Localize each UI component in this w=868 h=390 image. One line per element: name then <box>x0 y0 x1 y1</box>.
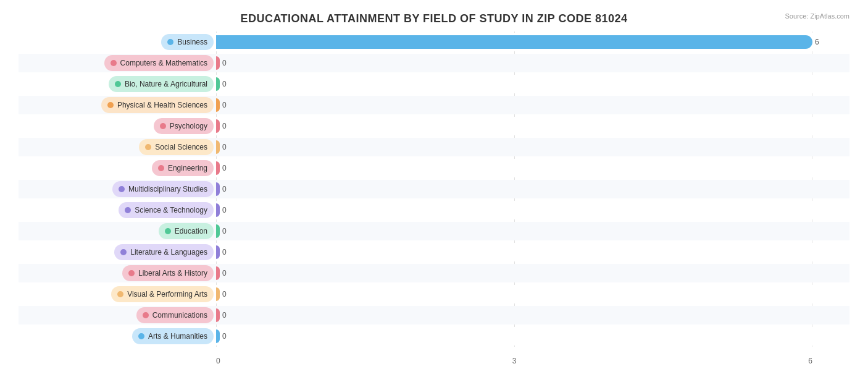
bar-fill-engineering <box>216 161 220 175</box>
bar-fill-area-visual: 0 <box>216 286 849 302</box>
x-label-0: 0 <box>216 357 220 365</box>
bar-row-engineering: Engineering0 <box>19 159 849 177</box>
bar-value-social: 0 <box>222 143 227 151</box>
bar-row-social: Social Sciences0 <box>19 138 849 156</box>
bar-value-computers: 0 <box>222 59 227 67</box>
bar-pill-communications: Communications <box>136 307 214 323</box>
bar-label-area-communications: Communications <box>19 307 216 323</box>
x-label-3: 3 <box>512 357 517 365</box>
bar-fill-psychology <box>216 119 220 133</box>
bar-fill-visual <box>216 287 220 301</box>
bar-fill-area-arts: 0 <box>216 328 849 344</box>
bar-pill-social: Social Sciences <box>139 139 214 155</box>
bar-value-visual: 0 <box>222 290 227 299</box>
bar-fill-area-literature: 0 <box>216 244 849 260</box>
bar-row-psychology: Psychology0 <box>19 117 849 135</box>
bar-fill-liberal <box>216 266 220 280</box>
bar-row-multi: Multidisciplinary Studies0 <box>19 180 849 198</box>
bar-pill-visual: Visual & Performing Arts <box>111 286 214 302</box>
bar-dot-bio <box>115 81 121 87</box>
bar-fill-area-engineering: 0 <box>216 160 849 176</box>
bar-label-area-visual: Visual & Performing Arts <box>19 286 216 302</box>
bar-row-visual: Visual & Performing Arts0 <box>19 285 849 303</box>
bar-dot-social <box>145 144 151 150</box>
bar-value-bio: 0 <box>222 80 227 88</box>
bar-label-area-psychology: Psychology <box>19 118 216 134</box>
bar-label-multi: Multidisciplinary Studies <box>128 185 207 193</box>
bar-pill-psychology: Psychology <box>154 118 214 134</box>
bar-fill-computers <box>216 56 220 70</box>
bar-dot-multi <box>119 186 125 192</box>
bar-row-physical: Physical & Health Sciences0 <box>19 96 849 114</box>
bar-dot-business <box>167 39 173 45</box>
bar-value-education: 0 <box>222 227 227 235</box>
bar-dot-computers <box>111 60 117 66</box>
bar-label-area-engineering: Engineering <box>19 160 216 176</box>
bar-label-area-multi: Multidisciplinary Studies <box>19 181 216 197</box>
bar-label-area-business: Business <box>19 34 216 50</box>
bar-row-education: Education0 <box>19 222 849 240</box>
bar-value-communications: 0 <box>222 311 227 320</box>
bar-pill-bio: Bio, Nature & Agricultural <box>109 76 214 92</box>
bar-value-business: 6 <box>815 38 819 46</box>
bar-fill-physical <box>216 98 220 112</box>
bar-label-area-science: Science & Technology <box>19 202 216 218</box>
bar-fill-area-education: 0 <box>216 223 849 239</box>
bar-pill-computers: Computers & Mathematics <box>104 55 214 71</box>
chart-container: EDUCATIONAL ATTAINMENT BY FIELD OF STUDY… <box>0 0 868 390</box>
bar-fill-area-computers: 0 <box>216 55 849 71</box>
bar-row-liberal: Liberal Arts & History0 <box>19 264 849 282</box>
bar-pill-engineering: Engineering <box>152 160 214 176</box>
bar-dot-education <box>165 228 171 234</box>
bar-row-arts: Arts & Humanities0 <box>19 327 849 345</box>
bar-fill-area-physical: 0 <box>216 97 849 113</box>
bar-pill-liberal: Liberal Arts & History <box>122 265 214 281</box>
bar-row-communications: Communications0 <box>19 306 849 324</box>
bar-fill-area-communications: 0 <box>216 307 849 323</box>
source-label: Source: ZipAtlas.com <box>785 12 849 20</box>
bar-fill-social <box>216 140 220 154</box>
bar-value-multi: 0 <box>222 185 227 193</box>
bar-fill-literature <box>216 245 220 259</box>
bar-label-area-literature: Literature & Languages <box>19 244 216 260</box>
bar-row-science: Science & Technology0 <box>19 201 849 219</box>
bar-fill-area-bio: 0 <box>216 76 849 92</box>
bar-label-psychology: Psychology <box>170 122 207 130</box>
bar-label-computers: Computers & Mathematics <box>120 59 207 67</box>
bar-fill-science <box>216 203 220 217</box>
bar-fill-arts <box>216 329 220 343</box>
x-axis: 0 3 6 <box>216 357 812 365</box>
bar-fill-communications <box>216 308 220 322</box>
bar-fill-area-business: 6 <box>216 34 849 50</box>
bar-fill-multi <box>216 182 220 196</box>
bar-label-literature: Literature & Languages <box>130 248 207 256</box>
bar-fill-area-science: 0 <box>216 202 849 218</box>
bar-dot-communications <box>143 312 149 318</box>
bar-value-liberal: 0 <box>222 269 227 278</box>
bar-label-engineering: Engineering <box>168 164 207 172</box>
bar-dot-science <box>125 207 131 213</box>
bar-value-physical: 0 <box>222 101 227 109</box>
bars-area: Business6Computers & Mathematics0Bio, Na… <box>19 32 849 347</box>
bar-label-communications: Communications <box>152 311 207 320</box>
bar-row-computers: Computers & Mathematics0 <box>19 54 849 72</box>
bar-value-arts: 0 <box>222 332 227 341</box>
bar-row-bio: Bio, Nature & Agricultural0 <box>19 75 849 93</box>
bar-label-education: Education <box>175 227 207 235</box>
bar-pill-education: Education <box>159 223 214 239</box>
bar-value-psychology: 0 <box>222 122 227 130</box>
bar-label-visual: Visual & Performing Arts <box>127 290 207 299</box>
bar-pill-multi: Multidisciplinary Studies <box>112 181 214 197</box>
bar-value-engineering: 0 <box>222 164 227 172</box>
bar-dot-visual <box>117 291 123 297</box>
bar-label-science: Science & Technology <box>135 206 207 214</box>
bar-dot-engineering <box>158 165 164 171</box>
bar-fill-bio <box>216 77 220 91</box>
bar-value-literature: 0 <box>222 248 227 256</box>
bar-fill-area-multi: 0 <box>216 181 849 197</box>
bar-fill-area-liberal: 0 <box>216 265 849 281</box>
bar-fill-area-psychology: 0 <box>216 118 849 134</box>
bar-dot-arts <box>138 333 144 339</box>
bar-fill-education <box>216 224 220 238</box>
bar-label-physical: Physical & Health Sciences <box>117 101 207 109</box>
